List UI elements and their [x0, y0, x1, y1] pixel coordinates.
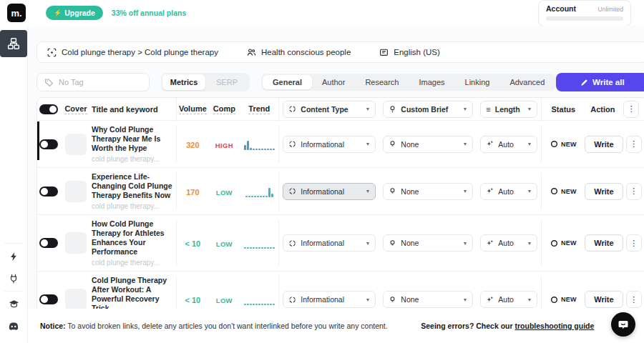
audience-selector[interactable]: Health conscious people: [247, 48, 351, 57]
row-toggle[interactable]: [39, 139, 58, 149]
breadcrumb[interactable]: Cold plunge therapy > Cold plunge therap…: [47, 48, 218, 57]
tag-icon: [44, 78, 54, 87]
status-badge: NEW: [561, 296, 577, 303]
row-menu-button[interactable]: ⋮: [626, 136, 642, 153]
sidebar-item-cluster[interactable]: [0, 30, 27, 57]
scan-icon: [47, 48, 57, 57]
content-type-dropdown[interactable]: Informational▼: [283, 291, 376, 308]
view-toggle: Metrics SERP: [161, 73, 250, 91]
sparkle-icon: [486, 239, 494, 247]
length-bulk-dropdown[interactable]: ≡ Length▼: [480, 101, 537, 118]
table-menu-button[interactable]: ⋮: [623, 101, 639, 118]
bolt-icon: ⚡: [54, 9, 62, 16]
bulb-icon: [389, 140, 396, 148]
context-bar: Cold plunge therapy > Cold plunge therap…: [36, 41, 644, 63]
bulb-icon: [389, 105, 396, 113]
toolbar: No Tag Metrics SERP General Author Resea…: [36, 73, 644, 91]
row-toggle[interactable]: [39, 238, 58, 248]
article-keyword: cold plunge therapy...: [92, 202, 173, 210]
tab-advanced[interactable]: Advanced: [499, 75, 555, 89]
breadcrumb-label: Cold plunge therapy > Cold plunge therap…: [62, 48, 218, 56]
upgrade-button[interactable]: ⚡ Upgrade: [46, 6, 103, 20]
content-type-bulk-dropdown[interactable]: Content Type▼: [283, 101, 376, 118]
chat-support-button[interactable]: [611, 312, 635, 337]
volume-value: 170: [186, 188, 199, 197]
article-keyword: cold plunge therapy...: [92, 155, 173, 163]
account-label: Account: [546, 4, 576, 13]
custom-brief-dropdown[interactable]: None▼: [383, 234, 473, 252]
scribble-icon: [288, 140, 296, 148]
tab-images[interactable]: Images: [409, 75, 454, 89]
status-circle-icon: [550, 187, 558, 195]
app-logo: m.: [7, 4, 26, 22]
length-dropdown[interactable]: Auto▼: [480, 291, 537, 308]
view-serp-button[interactable]: SERP: [205, 74, 248, 90]
language-selector[interactable]: English (US): [379, 48, 440, 57]
tab-research[interactable]: Research: [355, 75, 409, 89]
cover-image: [65, 181, 87, 202]
row-menu-button[interactable]: ⋮: [626, 291, 642, 308]
custom-brief-bulk-dropdown[interactable]: Custom Brief▼: [383, 101, 473, 118]
users-icon: [247, 48, 256, 57]
cover-image: [65, 232, 87, 254]
audience-label: Health conscious people: [261, 48, 351, 56]
length-dropdown[interactable]: Auto▼: [480, 136, 537, 153]
view-metrics-button[interactable]: Metrics: [162, 74, 205, 90]
bulb-icon: [389, 187, 396, 195]
table-row: How Cold Plunge Therapy for Athletes Enh…: [37, 215, 644, 272]
write-button[interactable]: Write: [585, 291, 623, 308]
status-badge: NEW: [561, 188, 577, 195]
length-dropdown[interactable]: Auto▼: [480, 183, 537, 200]
article-keyword: cold plunge therapy...: [92, 259, 173, 267]
article-title: Experience Life-Changing Cold Plunge The…: [92, 172, 173, 200]
top-bar: m. ⚡ Upgrade 33% off annual plans Accoun…: [0, 0, 644, 26]
tab-general[interactable]: General: [263, 75, 312, 89]
write-button[interactable]: Write: [585, 183, 623, 200]
promo-text: 33% off annual plans: [112, 9, 186, 17]
sidebar-item-automations[interactable]: [1, 245, 26, 267]
header-title-keyword: Title and keyword: [92, 105, 158, 114]
write-all-button[interactable]: Write all: [556, 73, 644, 91]
article-title: Why Cold Plunge Therapy Near Me Is Worth…: [92, 125, 173, 153]
custom-brief-dropdown[interactable]: None▼: [383, 183, 473, 200]
sidebar-item-integrations[interactable]: [1, 267, 26, 289]
custom-brief-dropdown[interactable]: None▼: [383, 291, 473, 308]
length-dropdown[interactable]: Auto▼: [480, 234, 537, 252]
lines-icon: ≡: [486, 105, 490, 114]
comp-badge: HIGH: [215, 141, 233, 149]
sidebar-item-discord[interactable]: [1, 315, 26, 337]
row-toggle[interactable]: [39, 187, 58, 197]
sidebar-item-academy[interactable]: [1, 293, 26, 315]
table-scrollbar-thumb[interactable]: [37, 121, 39, 160]
content-type-dropdown[interactable]: Informational▼: [283, 136, 376, 153]
content-type-dropdown[interactable]: Informational▼: [283, 183, 376, 200]
status-badge: NEW: [561, 239, 577, 247]
troubleshooting-link[interactable]: troubleshooting guide: [515, 322, 595, 330]
tag-filter-input[interactable]: No Tag: [36, 73, 150, 91]
header-cover: Cover: [64, 104, 87, 114]
account-plan: Unlimited: [598, 6, 623, 13]
select-all-toggle[interactable]: [39, 104, 58, 114]
trend-sparkline: [244, 237, 275, 249]
tab-author[interactable]: Author: [312, 75, 355, 89]
custom-brief-dropdown[interactable]: None▼: [383, 136, 473, 153]
graduation-cap-icon: [9, 299, 19, 309]
header-comp: Comp: [213, 104, 235, 114]
errors-help-text: Seeing errors? Check our troubleshooting…: [421, 322, 594, 330]
chat-icon: [618, 319, 629, 330]
header-trend: Trend: [248, 104, 270, 114]
row-menu-button[interactable]: ⋮: [626, 183, 642, 200]
row-toggle[interactable]: [39, 294, 58, 304]
tab-linking[interactable]: Linking: [455, 75, 500, 89]
trend-sparkline: [244, 139, 275, 150]
write-button[interactable]: Write: [585, 234, 623, 252]
content-type-dropdown[interactable]: Informational▼: [283, 234, 376, 252]
status-circle-icon: [550, 239, 558, 247]
row-menu-button[interactable]: ⋮: [626, 234, 642, 252]
trend-sparkline: [245, 186, 273, 197]
table-header: Cover Title and keyword Volume Comp Tren…: [37, 98, 644, 121]
sidebar-divider: [4, 243, 23, 244]
write-button[interactable]: Write: [585, 136, 623, 153]
account-widget[interactable]: Account Unlimited: [538, 0, 631, 26]
trend-sparkline: [244, 294, 275, 305]
